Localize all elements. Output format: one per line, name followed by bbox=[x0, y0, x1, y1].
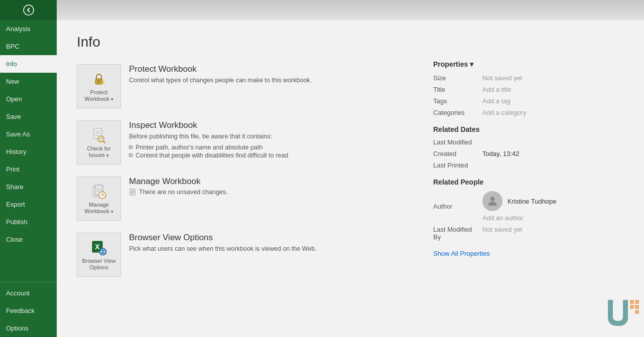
related-people-header: Related People bbox=[433, 178, 624, 186]
browser-view-button[interactable]: X Browser ViewOptions bbox=[77, 233, 121, 277]
bullet-1: Printer path, author's name and absolute… bbox=[129, 143, 288, 151]
sidebar-item-print[interactable]: Print bbox=[0, 160, 57, 178]
title-field[interactable]: Add a title bbox=[482, 86, 511, 93]
right-panel: Properties ▾ Size Not saved yet Title Ad… bbox=[433, 60, 624, 327]
svg-text:!: ! bbox=[100, 137, 101, 140]
inspect-workbook-text: Inspect Workbook Before publishing this … bbox=[129, 120, 288, 159]
sidebar-item-export[interactable]: Export bbox=[0, 196, 57, 213]
prop-tags: Tags Add a tag bbox=[433, 97, 624, 105]
browser-view-label: Browser ViewOptions bbox=[82, 258, 115, 271]
manage-icon-label: ManageWorkbook ▾ bbox=[84, 202, 113, 215]
left-panel: ProtectWorkbook ▾ Protect Workbook Contr… bbox=[77, 60, 413, 327]
sidebar-item-save[interactable]: Save bbox=[0, 108, 57, 125]
author-avatar bbox=[482, 191, 502, 211]
prop-title: Title Add a title bbox=[433, 86, 624, 93]
protect-icon-label: ProtectWorkbook ▾ bbox=[84, 89, 113, 102]
bullet-2: Content that people with disabilities fi… bbox=[129, 151, 288, 159]
prop-author: Author Kristine Tudhope Add an author bbox=[433, 191, 624, 222]
inspect-icon: ! bbox=[90, 126, 108, 144]
page-header: Info bbox=[57, 20, 644, 60]
sidebar-item-open[interactable]: Open bbox=[0, 90, 57, 108]
show-all-properties-link[interactable]: Show All Properties bbox=[433, 250, 490, 257]
sidebar-item-analysis[interactable]: Analysis bbox=[0, 20, 57, 38]
check-issues-label: Check forIssues ▾ bbox=[87, 145, 110, 158]
prop-categories: Categories Add a category bbox=[433, 109, 624, 116]
tags-field[interactable]: Add a tag bbox=[482, 97, 510, 105]
manage-note: There are no unsaved changes. bbox=[129, 189, 228, 196]
sidebar-item-share[interactable]: Share bbox=[0, 178, 57, 196]
add-author-link[interactable]: Add an author bbox=[482, 214, 557, 222]
content-area: ProtectWorkbook ▾ Protect Workbook Contr… bbox=[57, 60, 644, 337]
properties-header: Properties ▾ bbox=[433, 60, 624, 68]
prop-size: Size Not saved yet bbox=[433, 74, 624, 82]
back-button[interactable] bbox=[0, 0, 57, 20]
browser-view-icon: X bbox=[90, 239, 108, 257]
prop-last-printed: Last Printed bbox=[433, 161, 624, 169]
sidebar-item-new[interactable]: New bbox=[0, 73, 57, 90]
page-title: Info bbox=[77, 34, 624, 50]
svg-point-0 bbox=[24, 5, 34, 15]
svg-text:X: X bbox=[95, 243, 100, 251]
svg-rect-3 bbox=[98, 81, 99, 83]
lock-shield-icon bbox=[90, 70, 108, 88]
sidebar-item-save-as[interactable]: Save As bbox=[0, 125, 57, 143]
prop-last-modified: Last Modified bbox=[433, 138, 624, 146]
protect-workbook-card: ProtectWorkbook ▾ Protect Workbook Contr… bbox=[77, 60, 413, 112]
categories-field[interactable]: Add a category bbox=[482, 109, 526, 116]
related-dates-header: Related Dates bbox=[433, 125, 624, 133]
author-name: Kristine Tudhope bbox=[507, 198, 557, 205]
document-small-icon bbox=[129, 189, 136, 196]
main-content: Info Prote bbox=[57, 0, 644, 337]
sidebar-item-info[interactable]: Info bbox=[0, 55, 57, 73]
prop-last-modified-by: Last Modified By Not saved yet bbox=[433, 226, 624, 241]
sidebar-item-feedback[interactable]: Feedback bbox=[0, 302, 57, 319]
sidebar-item-account[interactable]: Account bbox=[0, 284, 57, 302]
author-info: Kristine Tudhope Add an author bbox=[482, 191, 557, 222]
browser-view-text: Browser View Options Pick what users can… bbox=[129, 233, 317, 254]
check-issues-button[interactable]: ! Check forIssues ▾ bbox=[77, 120, 121, 164]
manage-workbook-text: Manage Workbook There are no unsaved cha… bbox=[129, 177, 228, 196]
sidebar-item-options[interactable]: Options bbox=[0, 319, 57, 337]
svg-point-29 bbox=[490, 197, 495, 201]
protect-workbook-text: Protect Workbook Control what types of c… bbox=[129, 64, 312, 85]
svg-line-10 bbox=[103, 141, 105, 143]
properties-dropdown-icon[interactable]: ▾ bbox=[470, 60, 473, 68]
manage-icon bbox=[90, 183, 108, 201]
person-icon bbox=[486, 195, 499, 208]
author-row: Kristine Tudhope bbox=[482, 191, 557, 211]
inspect-workbook-card: ! Check forIssues ▾ Inspect Workbook Bef… bbox=[77, 116, 413, 168]
inspect-bullets: Printer path, author's name and absolute… bbox=[129, 143, 288, 159]
sidebar-item-history[interactable]: History bbox=[0, 143, 57, 160]
sidebar-item-close[interactable]: Close bbox=[0, 231, 57, 248]
prop-created: Created Today, 13:42 bbox=[433, 150, 624, 157]
manage-workbook-button[interactable]: ManageWorkbook ▾ bbox=[77, 177, 121, 221]
protect-workbook-button[interactable]: ProtectWorkbook ▾ bbox=[77, 64, 121, 108]
sidebar-item-bpc[interactable]: BPC bbox=[0, 38, 57, 55]
browser-view-card: X Browser ViewOptions Browser View Optio… bbox=[77, 229, 413, 281]
sidebar-item-publish[interactable]: Publish bbox=[0, 213, 57, 231]
sidebar: Analysis BPC Info New Open Save Save As … bbox=[0, 0, 57, 337]
manage-workbook-card: ManageWorkbook ▾ Manage Workbook There a… bbox=[77, 173, 413, 225]
